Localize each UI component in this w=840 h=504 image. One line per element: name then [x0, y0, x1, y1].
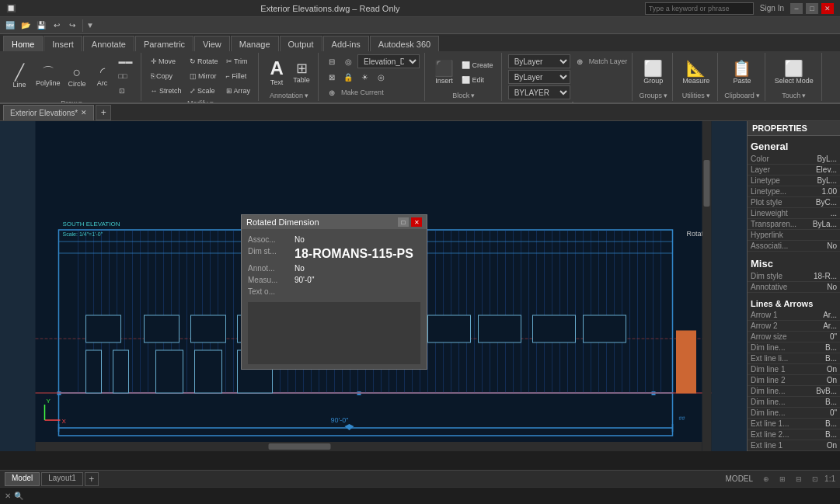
new-tab-button[interactable]: + [96, 105, 111, 120]
groups-group-label[interactable]: Groups ▾ [639, 92, 667, 99]
draw-extra-1[interactable]: ▬▬ [116, 54, 136, 68]
layer-btn-a[interactable]: ⊠ [325, 70, 339, 84]
layer-btn-c[interactable]: ☀ [357, 70, 371, 84]
fillet-button[interactable]: ⌐ Fillet [223, 69, 254, 83]
ortho-btn[interactable]: ⊟ [792, 472, 806, 486]
polar-btn[interactable]: ⊡ [808, 472, 822, 486]
props-group-label[interactable]: Properties ▾ [549, 101, 586, 103]
close-tab-icon[interactable]: ✕ [81, 109, 87, 116]
tab-annotate[interactable]: Annotate [83, 36, 134, 51]
svg-rect-107 [677, 331, 696, 393]
undo-button[interactable]: ↩ [50, 19, 64, 33]
tab-addins[interactable]: Add-ins [323, 36, 369, 51]
move-button[interactable]: ✛ Move [148, 54, 185, 68]
tab-output[interactable]: Output [280, 36, 322, 51]
layer-match-btn[interactable]: ⊕ [325, 85, 339, 99]
title-bar: 🔲 Exterior Elevations.dwg – Read Only Si… [0, 0, 840, 17]
new-button[interactable]: 🆕 [3, 19, 17, 33]
command-x-btn[interactable]: ✕ [5, 492, 11, 500]
copy-button[interactable]: ⎘ Copy [148, 69, 185, 83]
open-button[interactable]: 📂 [19, 19, 33, 33]
layers-group-label[interactable]: Layers ▾ [359, 101, 385, 103]
draw-extra-2[interactable]: □□ [116, 69, 136, 83]
block-extra: ⬜ Create ⬜ Edit [458, 58, 497, 87]
block-extra-2[interactable]: ⬜ Edit [458, 73, 497, 87]
utilities-group-label[interactable]: Utilities ▾ [682, 92, 710, 99]
annotation-group-label[interactable]: Annotation ▾ [270, 92, 308, 99]
title-bar-right: Sign In – □ ✕ [645, 2, 834, 15]
redo-button[interactable]: ↪ [65, 19, 79, 33]
popup-close-btn[interactable]: ✕ [411, 217, 422, 227]
popup-empty-area [248, 302, 420, 364]
canvas-area[interactable]: SOUTH ELEVATION Scale: 1/4"=1'-0" 90'-0"… [0, 121, 747, 451]
color-select[interactable]: ByLayer [508, 54, 570, 68]
exterior-elevations-tab[interactable]: Exterior Elevations* ✕ [3, 105, 94, 120]
mirror-button[interactable]: ◫ Mirror [186, 69, 221, 83]
grid-btn[interactable]: ⊞ [776, 472, 789, 486]
arc-button[interactable]: ◜ Arc [91, 64, 114, 89]
draw-group-label[interactable]: Draw ▾ [61, 99, 82, 103]
block-extra-1[interactable]: ⬜ Create [458, 58, 497, 72]
extline1c-prop: Ext line 1... B... [748, 419, 840, 429]
tab-parametric[interactable]: Parametric [135, 36, 193, 51]
popup-title-bar[interactable]: Rotated Dimension □ ✕ [242, 215, 427, 229]
new-layout-button[interactable]: + [85, 472, 99, 486]
draw-chevron-icon: ▾ [78, 99, 82, 103]
select-mode-button[interactable]: ⬜ Select Mode [772, 59, 817, 86]
lines-arrows-title: Lines & Arrows [748, 296, 840, 310]
popup-minimize-btn[interactable]: □ [398, 217, 409, 227]
svg-rect-84 [86, 315, 121, 342]
layout1-tab[interactable]: Layout1 [41, 472, 83, 486]
draw-extra-3[interactable]: ⊡ [116, 84, 136, 98]
sign-in-link[interactable]: Sign In [760, 4, 784, 12]
layer-panel-button[interactable]: ⊟ [325, 54, 339, 68]
close-button[interactable]: ✕ [821, 3, 834, 14]
minimize-button[interactable]: – [790, 3, 803, 14]
touch-group-label[interactable]: Touch ▾ [782, 92, 806, 99]
layer-iso-button[interactable]: ◎ [341, 54, 355, 68]
measure-button[interactable]: 📐 Measure [679, 59, 713, 86]
tab-manage[interactable]: Manage [231, 36, 279, 51]
tab-view[interactable]: View [194, 36, 230, 51]
line-button[interactable]: ╱ Line [8, 63, 31, 90]
arc-icon: ◜ [100, 66, 105, 78]
maximize-button[interactable]: □ [806, 3, 818, 14]
paste-button[interactable]: 📋 Paste [729, 59, 755, 86]
scale-button[interactable]: ⤢ Scale [186, 84, 221, 98]
array-button[interactable]: ⊞ Array [223, 84, 254, 98]
assoc-value: No [295, 235, 305, 244]
clipboard-group-label[interactable]: Clipboard ▾ [724, 92, 760, 99]
match-props-btn[interactable]: ⊕ [573, 54, 587, 68]
search-input[interactable] [645, 2, 754, 15]
save-button[interactable]: 💾 [34, 19, 48, 33]
associ-prop: Associati... No [748, 241, 840, 252]
trim-button[interactable]: ✂ Trim [223, 54, 254, 68]
popup-row-measu: Measu... 90'-0" [248, 274, 420, 286]
layer-color-select[interactable]: ByLayer [508, 70, 570, 84]
tab-autodesk360[interactable]: Autodesk 360 [370, 36, 439, 51]
table-button[interactable]: ⊞ Table [290, 60, 313, 85]
polyline-button[interactable]: ⌒ Polyline [33, 64, 64, 89]
tab-home[interactable]: Home [3, 36, 43, 51]
circle-button[interactable]: ○ Circle [65, 64, 89, 89]
stretch-button[interactable]: ↔ Stretch [148, 84, 185, 98]
texto-label: Text o... [248, 287, 295, 296]
insert-button[interactable]: ⬛ Insert [431, 59, 457, 86]
separator [82, 19, 83, 32]
tab-insert[interactable]: Insert [44, 36, 82, 51]
model-tab[interactable]: Model [5, 472, 40, 486]
text-button[interactable]: A Text [265, 57, 288, 88]
command-input[interactable] [26, 492, 835, 500]
customize-qat[interactable]: ▼ [86, 21, 94, 30]
block-group-label[interactable]: Block ▾ [452, 92, 475, 99]
svg-rect-117 [269, 443, 331, 450]
rotate-button[interactable]: ↻ Rotate [186, 54, 221, 68]
modify-group-label[interactable]: Modify ▾ [187, 99, 214, 103]
layer-btn-d[interactable]: ◎ [374, 70, 388, 84]
group-button[interactable]: ⬜ Group [640, 59, 666, 86]
linetype-select[interactable]: BYLAYER [508, 85, 570, 99]
layer-select[interactable]: Elevation_Dim [357, 54, 420, 68]
snap-btn[interactable]: ⊕ [759, 472, 773, 486]
layer-btn-b[interactable]: 🔒 [341, 70, 355, 84]
svg-text:##: ## [679, 415, 685, 421]
